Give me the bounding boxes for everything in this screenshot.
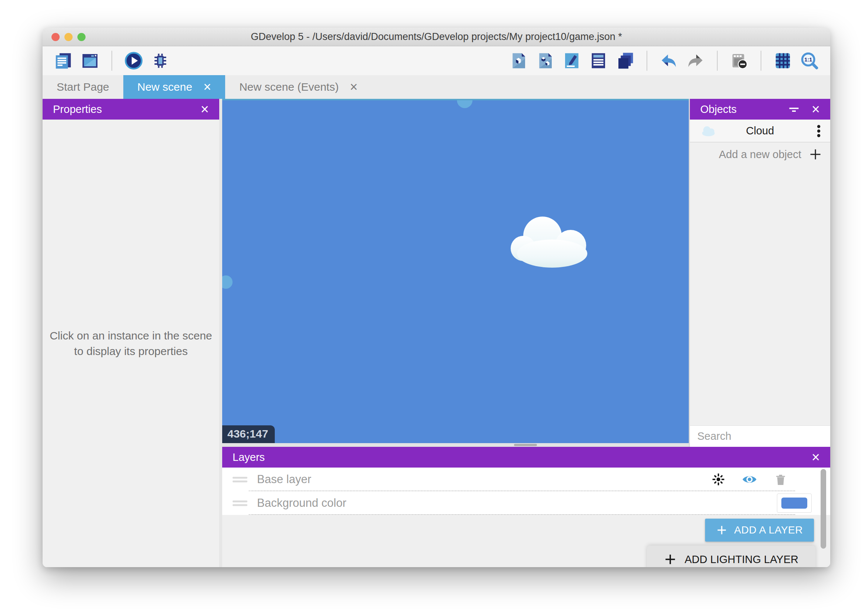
scene-properties-icon[interactable] xyxy=(561,50,583,72)
object-menu-icon[interactable] xyxy=(813,123,825,140)
layer-name[interactable]: Background color xyxy=(257,497,777,510)
close-panel-icon[interactable]: × xyxy=(812,450,820,464)
background-color-value xyxy=(782,498,807,509)
toolbar-separator xyxy=(717,51,718,71)
instances-list-icon[interactable] xyxy=(587,50,610,72)
scene-canvas[interactable]: 436;147 xyxy=(222,99,689,443)
properties-panel: Properties × Click on an instance in the… xyxy=(42,99,222,567)
properties-panel-title: Properties xyxy=(53,103,102,115)
close-tab-icon[interactable]: × xyxy=(203,80,211,94)
layers-list: Base layer xyxy=(222,468,830,515)
lighting-icon[interactable] xyxy=(710,471,726,487)
tab-label: New scene (Events) xyxy=(239,81,338,93)
toolbar-separator xyxy=(646,51,647,71)
toolbar-separator xyxy=(761,51,761,71)
close-panel-icon[interactable]: × xyxy=(201,102,209,116)
add-a-layer-button[interactable]: ADD A LAYER xyxy=(705,519,814,542)
mask-toggle-icon[interactable] xyxy=(728,50,750,72)
traffic-lights xyxy=(52,33,85,41)
add-a-layer-label: ADD A LAYER xyxy=(734,524,803,536)
cloud-thumbnail-icon xyxy=(699,124,718,137)
plus-icon xyxy=(664,553,676,566)
layers-panel-title: Layers xyxy=(233,451,265,464)
background-color-swatch[interactable] xyxy=(777,493,812,513)
objects-editor-icon[interactable] xyxy=(507,50,530,72)
redo-icon[interactable] xyxy=(684,50,706,72)
main-toolbar: 1:1 xyxy=(42,46,830,75)
objects-panel-empty-space xyxy=(690,166,830,425)
object-groups-icon[interactable] xyxy=(534,50,556,72)
tab-bar: Start Page New scene × New scene (Events… xyxy=(42,75,830,99)
cloud-sprite[interactable] xyxy=(497,214,610,269)
layers-vertical-scrollbar[interactable] xyxy=(821,469,826,548)
tab-start-page[interactable]: Start Page xyxy=(42,75,123,99)
plus-icon xyxy=(809,148,822,161)
properties-empty-message: Click on an instance in the scene to dis… xyxy=(48,328,214,359)
canvas-scroll-handle-top[interactable] xyxy=(457,99,473,108)
layer-row-base[interactable]: Base layer xyxy=(222,468,830,491)
add-new-object-button[interactable]: Add a new object xyxy=(690,143,830,166)
layer-row-background-color[interactable]: Background color xyxy=(222,491,830,515)
gdevelop-window: GDevelop 5 - /Users/david/Documents/GDev… xyxy=(42,28,830,567)
properties-panel-header: Properties × xyxy=(42,99,219,119)
horizontal-scrollbar-handle[interactable] xyxy=(514,444,537,446)
object-list-item-cloud[interactable]: Cloud xyxy=(690,119,830,143)
delete-layer-trash-icon[interactable] xyxy=(772,471,789,487)
close-panel-icon[interactable]: × xyxy=(812,102,820,116)
close-tab-icon[interactable]: × xyxy=(350,80,358,94)
window-title: GDevelop 5 - /Users/david/Documents/GDev… xyxy=(251,31,622,42)
close-window-button[interactable] xyxy=(52,33,60,41)
canvas-horizontal-scrollbar xyxy=(222,443,689,447)
toolbar-separator xyxy=(112,51,112,71)
layers-panel: Layers × Base layer xyxy=(222,447,830,567)
drag-handle-icon[interactable] xyxy=(233,499,247,508)
debug-icon[interactable] xyxy=(149,50,171,72)
svg-text:1:1: 1:1 xyxy=(804,57,812,63)
objects-search-bar xyxy=(690,425,830,447)
maximize-window-button[interactable] xyxy=(77,33,85,41)
scene-editor-area: 436;147 xyxy=(222,99,689,447)
undo-icon[interactable] xyxy=(658,50,680,72)
drag-handle-icon[interactable] xyxy=(233,475,247,484)
tab-new-scene[interactable]: New scene × xyxy=(123,75,225,99)
play-icon[interactable] xyxy=(123,50,145,72)
canvas-scroll-handle-left[interactable] xyxy=(222,275,233,289)
search-input[interactable] xyxy=(697,430,830,442)
layers-panel-header: Layers × xyxy=(222,447,830,468)
object-name: Cloud xyxy=(746,125,774,137)
tab-label: New scene xyxy=(137,81,192,93)
objects-panel: Objects × Cloud xyxy=(689,99,830,447)
plus-icon xyxy=(716,525,727,536)
tab-label: Start Page xyxy=(57,81,109,93)
grid-icon[interactable] xyxy=(772,50,794,72)
start-page-icon[interactable] xyxy=(79,50,101,72)
minimize-window-button[interactable] xyxy=(64,33,72,41)
zoom-1-1-icon[interactable]: 1:1 xyxy=(798,50,821,72)
layers-list-icon[interactable] xyxy=(614,50,636,72)
visibility-eye-icon[interactable] xyxy=(741,471,758,487)
layer-name[interactable]: Base layer xyxy=(257,473,710,486)
add-lighting-layer-button[interactable]: ADD LIGHTING LAYER xyxy=(647,546,815,567)
cursor-coordinates: 436;147 xyxy=(222,425,275,443)
objects-panel-header: Objects × xyxy=(690,99,830,119)
add-lighting-layer-label: ADD LIGHTING LAYER xyxy=(685,553,798,566)
project-manager-icon[interactable] xyxy=(52,50,74,72)
objects-panel-title: Objects xyxy=(700,103,736,115)
title-bar: GDevelop 5 - /Users/david/Documents/GDev… xyxy=(42,28,830,46)
tab-new-scene-events[interactable]: New scene (Events) × xyxy=(225,75,371,99)
add-new-object-label: Add a new object xyxy=(719,148,801,161)
filter-icon[interactable] xyxy=(786,102,801,116)
properties-panel-body: Click on an instance in the scene to dis… xyxy=(42,119,219,567)
